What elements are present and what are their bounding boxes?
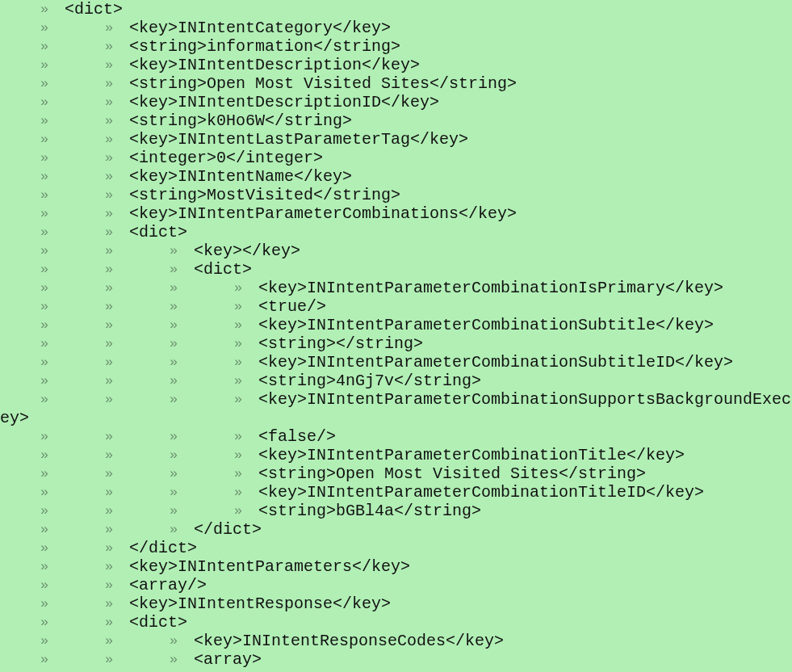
- code-line: <string>information</string>: [0, 37, 792, 56]
- whitespace-tab-marker: [65, 446, 129, 464]
- whitespace-tab-marker: [65, 149, 129, 167]
- code-line: <key>INIntentParameterCombinationSubtitl…: [0, 316, 792, 334]
- whitespace-tab-marker: [0, 446, 65, 464]
- whitespace-tab-marker: [0, 520, 65, 539]
- whitespace-tab-marker: [65, 74, 129, 93]
- code-line: <dict>: [0, 260, 792, 279]
- whitespace-tab-marker: [194, 446, 258, 464]
- whitespace-tab-marker: [65, 316, 129, 334]
- whitespace-tab-marker: [0, 242, 65, 260]
- whitespace-tab-marker: [0, 56, 65, 74]
- code-line: <key>INIntentParameterCombinationSubtitl…: [0, 353, 792, 372]
- whitespace-tab-marker: [129, 353, 194, 372]
- whitespace-tab-marker: [0, 316, 65, 334]
- whitespace-tab-marker: [65, 539, 129, 557]
- code-line: <key>INIntentParameterCombinationSupport…: [0, 390, 792, 409]
- whitespace-tab-marker: [65, 353, 129, 372]
- whitespace-tab-marker: [129, 242, 194, 260]
- whitespace-tab-marker: [129, 632, 194, 650]
- whitespace-tab-marker: [65, 223, 129, 242]
- code-line: <dict>: [0, 0, 792, 19]
- code-line: <integer>0</integer>: [0, 149, 792, 167]
- whitespace-tab-marker: [129, 279, 194, 297]
- whitespace-tab-marker: [129, 483, 194, 502]
- code-block: <dict><key>INIntentCategory</key><string…: [0, 0, 792, 669]
- whitespace-tab-marker: [194, 297, 258, 316]
- code-line: <key>INIntentDescription</key>: [0, 56, 792, 74]
- code-line: <dict>: [0, 223, 792, 242]
- whitespace-tab-marker: [129, 650, 194, 669]
- whitespace-tab-marker: [65, 297, 129, 316]
- whitespace-tab-marker: [65, 464, 129, 483]
- whitespace-tab-marker: [65, 167, 129, 186]
- code-line: <string>Open Most Visited Sites</string>: [0, 74, 792, 93]
- whitespace-tab-marker: [0, 464, 65, 483]
- whitespace-tab-marker: [0, 93, 65, 111]
- code-line-wrap: ey>: [0, 409, 792, 427]
- code-line: <key>INIntentParameterCombinations</key>: [0, 204, 792, 223]
- whitespace-tab-marker: [65, 576, 129, 594]
- whitespace-tab-marker: [0, 204, 65, 223]
- code-line: <key>INIntentParameterCombinationTitleID…: [0, 483, 792, 502]
- whitespace-tab-marker: [0, 594, 65, 613]
- code-line: <key>INIntentParameters</key>: [0, 557, 792, 576]
- code-line: <string></string>: [0, 334, 792, 353]
- whitespace-tab-marker: [65, 390, 129, 409]
- whitespace-tab-marker: [0, 576, 65, 594]
- whitespace-tab-marker: [65, 130, 129, 149]
- code-line: <key>INIntentLastParameterTag</key>: [0, 130, 792, 149]
- code-line: <key>INIntentResponse</key>: [0, 594, 792, 613]
- whitespace-tab-marker: [65, 557, 129, 576]
- whitespace-tab-marker: [194, 316, 258, 334]
- whitespace-tab-marker: [0, 37, 65, 56]
- whitespace-tab-marker: [194, 279, 258, 297]
- code-line: <key>INIntentDescriptionID</key>: [0, 93, 792, 111]
- whitespace-tab-marker: [65, 56, 129, 74]
- whitespace-tab-marker: [0, 260, 65, 279]
- whitespace-tab-marker: [65, 19, 129, 37]
- whitespace-tab-marker: [65, 111, 129, 130]
- whitespace-tab-marker: [0, 372, 65, 390]
- whitespace-tab-marker: [129, 260, 194, 279]
- whitespace-tab-marker: [65, 279, 129, 297]
- code-line: <array>: [0, 650, 792, 669]
- code-line: <string>k0Ho6W</string>: [0, 111, 792, 130]
- code-line: <string>4nGj7v</string>: [0, 372, 792, 390]
- whitespace-tab-marker: [194, 502, 258, 520]
- whitespace-tab-marker: [0, 613, 65, 632]
- code-line: <string>bGBl4a</string>: [0, 502, 792, 520]
- whitespace-tab-marker: [0, 353, 65, 372]
- whitespace-tab-marker: [0, 149, 65, 167]
- whitespace-tab-marker: [129, 520, 194, 539]
- whitespace-tab-marker: [0, 297, 65, 316]
- whitespace-tab-marker: [129, 297, 194, 316]
- whitespace-tab-marker: [65, 520, 129, 539]
- whitespace-tab-marker: [0, 111, 65, 130]
- whitespace-tab-marker: [65, 650, 129, 669]
- whitespace-tab-marker: [65, 204, 129, 223]
- whitespace-tab-marker: [0, 19, 65, 37]
- whitespace-tab-marker: [0, 186, 65, 204]
- code-line: </dict>: [0, 539, 792, 557]
- whitespace-tab-marker: [129, 316, 194, 334]
- code-line: <key>INIntentName</key>: [0, 167, 792, 186]
- whitespace-tab-marker: [65, 37, 129, 56]
- code-line: <dict>: [0, 613, 792, 632]
- code-line: <key>INIntentParameterCombinationTitle</…: [0, 446, 792, 464]
- whitespace-tab-marker: [129, 334, 194, 353]
- code-line: <array/>: [0, 576, 792, 594]
- whitespace-tab-marker: [194, 427, 258, 446]
- whitespace-tab-marker: [65, 594, 129, 613]
- whitespace-tab-marker: [0, 502, 65, 520]
- whitespace-tab-marker: [194, 483, 258, 502]
- whitespace-tab-marker: [0, 483, 65, 502]
- whitespace-tab-marker: [65, 613, 129, 632]
- whitespace-tab-marker: [65, 502, 129, 520]
- code-line: <true/>: [0, 297, 792, 316]
- whitespace-tab-marker: [0, 557, 65, 576]
- whitespace-tab-marker: [65, 372, 129, 390]
- whitespace-tab-marker: [65, 427, 129, 446]
- code-line: <false/>: [0, 427, 792, 446]
- whitespace-tab-marker: [0, 0, 65, 19]
- whitespace-tab-marker: [129, 502, 194, 520]
